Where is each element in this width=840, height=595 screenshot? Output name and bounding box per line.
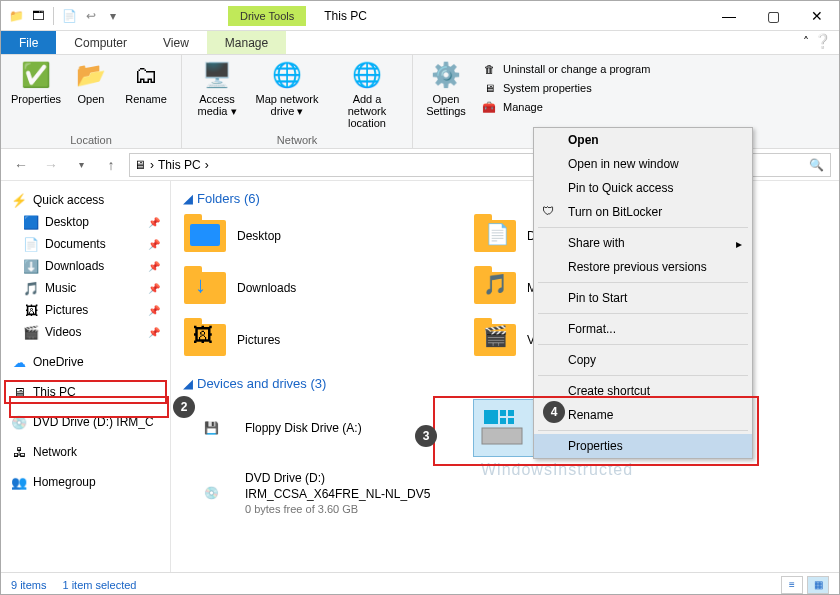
- settings-gear-icon: ⚙️: [430, 59, 462, 91]
- title-bar: 📁 🗔 📄 ↩ ▾ Drive Tools This PC — ▢ ✕: [1, 1, 839, 31]
- back-button[interactable]: ←: [9, 153, 33, 177]
- open-folder-icon: 📂: [75, 59, 107, 91]
- sidebar-network[interactable]: 🖧Network: [5, 441, 166, 463]
- recent-dropdown-icon[interactable]: ▾: [69, 153, 93, 177]
- pc-icon: 🖥: [134, 158, 146, 172]
- ribbon-tabs: File Computer View Manage ˄ ❔: [1, 31, 839, 55]
- ctx-open[interactable]: Open: [534, 128, 752, 152]
- sidebar-item-desktop[interactable]: 🟦Desktop📌: [5, 211, 166, 233]
- sidebar-item-videos[interactable]: 🎬Videos📌: [5, 321, 166, 343]
- sidebar-item-pictures[interactable]: 🖼Pictures📌: [5, 299, 166, 321]
- drive-label: Floppy Disk Drive (A:): [245, 421, 362, 435]
- ctx-format[interactable]: Format...: [534, 317, 752, 341]
- disk-icon: [478, 404, 526, 452]
- drive-dvd[interactable]: 💿 DVD Drive (D:) IRM_CCSA_X64FRE_NL-NL_D…: [183, 465, 463, 521]
- group-label-location: Location: [11, 134, 171, 146]
- sidebar-item-label: Homegroup: [33, 475, 96, 489]
- ctx-bitlocker[interactable]: 🛡Turn on BitLocker: [534, 200, 752, 224]
- disc-icon: 💿: [187, 469, 235, 517]
- properties-qat-icon[interactable]: 🗔: [29, 7, 47, 25]
- ctx-copy[interactable]: Copy: [534, 348, 752, 372]
- folder-downloads[interactable]: ↓Downloads: [183, 266, 443, 310]
- collapse-icon: ◢: [183, 191, 193, 206]
- window-controls: — ▢ ✕: [707, 1, 839, 31]
- ctx-create-shortcut[interactable]: Create shortcut: [534, 379, 752, 403]
- drive-floppy[interactable]: 💾 Floppy Disk Drive (A:): [183, 399, 443, 457]
- ctx-label: Format...: [568, 322, 616, 336]
- sidebar-item-label: Desktop: [45, 215, 89, 229]
- system-list: 🗑Uninstall or change a program 🖥System p…: [481, 59, 650, 115]
- add-location-button[interactable]: 🌐 Add a network location: [332, 59, 402, 132]
- contextual-tab-label: Drive Tools: [228, 6, 306, 26]
- sidebar-this-pc[interactable]: 🖥This PC: [5, 381, 166, 403]
- new-folder-qat-icon[interactable]: 📄: [60, 7, 78, 25]
- shield-icon: 🛡: [542, 204, 558, 220]
- collapse-ribbon-icon[interactable]: ˄: [803, 35, 809, 49]
- system-properties-button[interactable]: 🖥System properties: [481, 80, 650, 96]
- properties-button[interactable]: ✅ Properties: [11, 59, 61, 132]
- uninstall-program-button[interactable]: 🗑Uninstall or change a program: [481, 61, 650, 77]
- media-icon: 🖥️: [201, 59, 233, 91]
- sidebar-dvd-drive[interactable]: 💿DVD Drive (D:) IRM_C: [5, 411, 166, 433]
- minimize-button[interactable]: —: [707, 1, 751, 31]
- pin-icon: 📌: [148, 261, 160, 272]
- maximize-button[interactable]: ▢: [751, 1, 795, 31]
- folder-pictures[interactable]: 🖼Pictures: [183, 318, 443, 362]
- ctx-label: Share with: [568, 236, 625, 250]
- sidebar-onedrive[interactable]: ☁OneDrive: [5, 351, 166, 373]
- quick-access-toolbar: 📁 🗔 📄 ↩ ▾: [1, 7, 128, 25]
- folder-desktop[interactable]: Desktop: [183, 214, 443, 258]
- open-settings-button[interactable]: ⚙️ Open Settings: [421, 59, 471, 117]
- sidebar-item-documents[interactable]: 📄Documents📌: [5, 233, 166, 255]
- ctx-label: Properties: [568, 439, 623, 453]
- tab-view[interactable]: View: [145, 31, 207, 54]
- sidebar-item-downloads[interactable]: ⬇️Downloads📌: [5, 255, 166, 277]
- add-location-icon: 🌐: [351, 59, 383, 91]
- sidebar-quick-access[interactable]: ⚡Quick access: [5, 189, 166, 211]
- sidebar-item-label: Network: [33, 445, 77, 459]
- access-media-button[interactable]: 🖥️ Access media ▾: [192, 59, 242, 132]
- ctx-pin-quick-access[interactable]: Pin to Quick access: [534, 176, 752, 200]
- ctx-restore-versions[interactable]: Restore previous versions: [534, 255, 752, 279]
- map-drive-icon: 🌐: [271, 59, 303, 91]
- help-icon[interactable]: ❔: [814, 33, 831, 49]
- sidebar-item-music[interactable]: 🎵Music📌: [5, 277, 166, 299]
- tab-file[interactable]: File: [1, 31, 56, 54]
- submenu-arrow-icon: ▸: [736, 237, 742, 251]
- rename-button[interactable]: 🗂 Rename: [121, 59, 171, 132]
- close-button[interactable]: ✕: [795, 1, 839, 31]
- sysprops-icon: 🖥: [481, 80, 497, 96]
- forward-button[interactable]: →: [39, 153, 63, 177]
- tiles-view-button[interactable]: ▦: [807, 576, 829, 594]
- pin-icon: 📌: [148, 217, 160, 228]
- map-drive-button[interactable]: 🌐 Map network drive ▾: [252, 59, 322, 132]
- ctx-label: Turn on BitLocker: [568, 205, 662, 219]
- ctx-properties[interactable]: Properties: [534, 434, 752, 458]
- ctx-pin-start[interactable]: Pin to Start: [534, 286, 752, 310]
- details-view-button[interactable]: ≡: [781, 576, 803, 594]
- breadcrumb-sep: ›: [150, 158, 154, 172]
- ctx-rename[interactable]: Rename: [534, 403, 752, 427]
- folder-label: Pictures: [237, 333, 280, 347]
- ctx-share-with[interactable]: Share with▸: [534, 231, 752, 255]
- ribbon-group-location: ✅ Properties 📂 Open 🗂 Rename Location: [1, 55, 182, 148]
- tab-computer[interactable]: Computer: [56, 31, 145, 54]
- manage-button[interactable]: 🧰Manage: [481, 99, 650, 115]
- ctx-separator: [538, 313, 748, 314]
- drive-sublabel: IRM_CCSA_X64FRE_NL-NL_DV5: [245, 487, 430, 501]
- qat-dropdown-icon[interactable]: ▾: [104, 7, 122, 25]
- undo-qat-icon[interactable]: ↩: [82, 7, 100, 25]
- videos-icon: 🎬: [23, 324, 39, 340]
- tab-manage[interactable]: Manage: [207, 31, 286, 54]
- ctx-open-new-window[interactable]: Open in new window: [534, 152, 752, 176]
- ctx-separator: [538, 344, 748, 345]
- music-icon: 🎵: [23, 280, 39, 296]
- breadcrumb-root[interactable]: This PC: [158, 158, 201, 172]
- sidebar-homegroup[interactable]: 👥Homegroup: [5, 471, 166, 493]
- folder-label: Desktop: [237, 229, 281, 243]
- up-button[interactable]: ↑: [99, 153, 123, 177]
- svg-rect-3: [508, 410, 514, 416]
- search-icon: 🔍: [803, 158, 830, 172]
- open-button[interactable]: 📂 Open: [71, 59, 111, 132]
- folder-icon: 🖼: [183, 318, 227, 362]
